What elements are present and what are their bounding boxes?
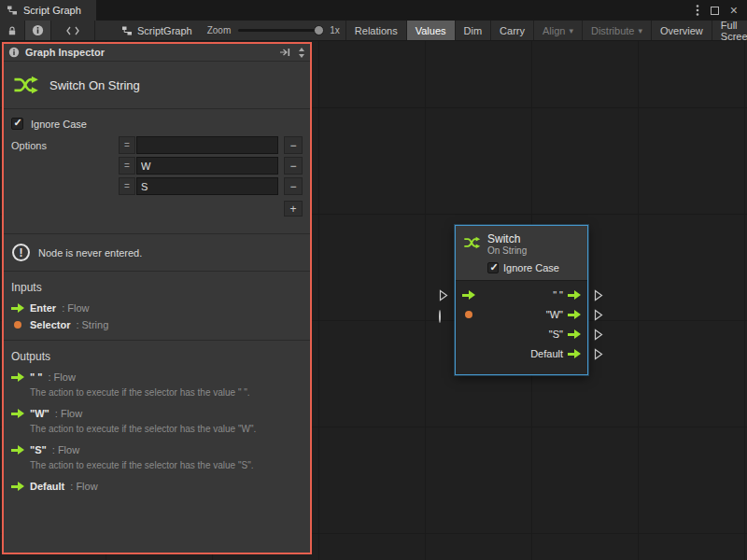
values-button[interactable]: Values <box>406 21 455 40</box>
distribute-dropdown[interactable]: Distribute ▾ <box>582 21 651 40</box>
output-label: "S" <box>549 329 563 340</box>
outputs-section: Outputs " " : Flow The action to execute… <box>4 340 310 495</box>
graph-inspector-panel: Graph Inspector Switch On String Ignore … <box>2 42 312 554</box>
external-flow-connector[interactable] <box>594 348 603 362</box>
output-label: Default <box>530 348 563 359</box>
node-row: " " <box>456 286 587 305</box>
external-value-connector[interactable] <box>439 311 441 322</box>
spinner-icon[interactable] <box>298 47 305 59</box>
switch-icon <box>11 71 39 99</box>
reorder-handle-icon[interactable]: = <box>119 177 135 195</box>
flow-arrow-icon <box>11 303 24 313</box>
port-triangle-icon <box>439 289 448 301</box>
remove-option-button[interactable]: − <box>284 136 303 154</box>
dock-icon[interactable] <box>279 48 291 57</box>
inspector-header: Graph Inspector <box>4 44 310 62</box>
node-header[interactable]: Switch On String Ignore Case <box>456 226 587 280</box>
lock-button[interactable] <box>0 21 25 40</box>
chevron-down-icon: ▾ <box>569 26 573 35</box>
node-ignore-case-label: Ignore Case <box>503 262 559 273</box>
option-field-2[interactable] <box>136 177 278 195</box>
full-screen-button[interactable]: Full Screen <box>712 21 747 40</box>
external-flow-connector[interactable] <box>594 289 603 303</box>
port-name: " " <box>30 371 43 383</box>
node-row: "W" <box>456 305 587 325</box>
flow-arrow-icon <box>568 310 581 319</box>
info-icon <box>8 47 20 58</box>
options-label: Options <box>11 136 119 217</box>
graph-toolbar: ScriptGraph Zoom 1x Relations Values Dim… <box>0 21 747 41</box>
kebab-menu-icon[interactable] <box>696 4 699 17</box>
output-label: "W" <box>546 309 563 320</box>
port-triangle-icon <box>594 348 603 360</box>
port-description: The action to execute if the selector ha… <box>4 458 310 478</box>
output-port-default[interactable]: Default <box>530 348 581 359</box>
output-port-s[interactable]: "S" <box>549 329 581 340</box>
tab-script-graph[interactable]: Script Graph <box>0 0 96 21</box>
selector-string-port[interactable] <box>462 311 475 318</box>
close-icon[interactable]: × <box>730 4 738 17</box>
flow-arrow-icon <box>462 290 475 300</box>
relations-label: Relations <box>355 25 398 36</box>
switch-on-string-node[interactable]: Switch On String Ignore Case " " <box>455 225 588 375</box>
lock-icon <box>7 25 18 36</box>
reorder-handle-icon[interactable]: = <box>119 157 135 175</box>
port-type: : Flow <box>55 408 82 419</box>
port-type: : Flow <box>52 444 79 455</box>
port-name: Enter <box>30 302 56 314</box>
align-dropdown[interactable]: Align ▾ <box>533 21 582 40</box>
ignore-case-checkbox[interactable] <box>11 118 23 130</box>
node-title: Switch <box>487 233 527 245</box>
string-dot-icon <box>465 311 472 318</box>
relations-button[interactable]: Relations <box>345 21 406 40</box>
flow-arrow-icon <box>11 482 24 491</box>
add-option-button[interactable]: + <box>284 201 303 217</box>
overview-button[interactable]: Overview <box>651 21 712 40</box>
inspector-toggle-button[interactable] <box>25 21 51 40</box>
port-triangle-icon <box>594 289 603 301</box>
string-dot-icon <box>14 321 21 329</box>
inputs-section-title: Inputs <box>4 272 310 300</box>
outputs-section-title: Outputs <box>4 341 310 369</box>
external-flow-connector[interactable] <box>594 329 603 343</box>
dim-button[interactable]: Dim <box>455 21 491 40</box>
code-view-button[interactable] <box>51 21 95 40</box>
option-row: = − <box>119 177 303 195</box>
port-description: The action to execute if the selector ha… <box>4 422 310 441</box>
option-field-0[interactable] <box>136 136 278 154</box>
node-ignore-case-checkbox[interactable] <box>487 262 499 273</box>
info-icon <box>32 24 44 36</box>
reorder-handle-icon[interactable]: = <box>119 136 135 154</box>
remove-option-button[interactable]: − <box>284 177 303 195</box>
breadcrumb[interactable]: ScriptGraph <box>112 21 202 40</box>
port-circle-icon <box>439 310 441 323</box>
warning-text: Node is never entered. <box>38 247 142 259</box>
tab-title: Script Graph <box>23 5 81 16</box>
output-port-row: Default : Flow <box>4 478 310 495</box>
input-port-row: Enter : Flow <box>4 300 310 316</box>
unit-title-block: Switch On String <box>4 62 310 109</box>
flow-arrow-icon <box>568 290 581 300</box>
external-flow-connector[interactable] <box>594 309 603 323</box>
maximize-icon[interactable] <box>711 7 719 15</box>
output-port-w[interactable]: "W" <box>546 309 581 320</box>
output-port-space[interactable]: " " <box>553 289 581 301</box>
port-type: : String <box>76 319 108 330</box>
node-row: "S" <box>456 325 587 344</box>
full-screen-label: Full Screen <box>721 20 747 42</box>
unit-title: Switch On String <box>49 78 140 92</box>
titlebar: Script Graph × <box>0 0 747 21</box>
output-port-row: "W" : Flow <box>4 405 310 422</box>
external-flow-connector[interactable] <box>439 289 448 303</box>
zoom-slider-handle[interactable] <box>314 25 324 35</box>
remove-option-button[interactable]: − <box>284 157 303 175</box>
breadcrumb-label: ScriptGraph <box>137 25 192 36</box>
enter-flow-port[interactable] <box>462 290 475 300</box>
zoom-slider[interactable] <box>238 29 322 32</box>
warning-banner: ! Node is never entered. <box>4 233 310 272</box>
option-field-1[interactable] <box>136 157 278 175</box>
carry-button[interactable]: Carry <box>490 21 533 40</box>
distribute-label: Distribute <box>591 25 634 36</box>
code-icon <box>66 26 79 35</box>
node-subtitle: On String <box>487 245 527 258</box>
